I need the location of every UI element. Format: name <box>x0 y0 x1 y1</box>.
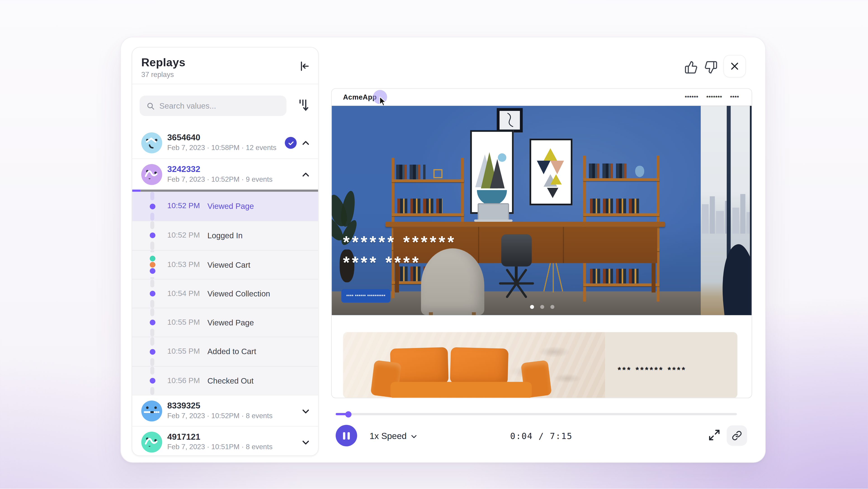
product-photo-sofa <box>343 332 605 399</box>
event-dot <box>149 378 155 383</box>
avatar <box>141 432 162 453</box>
collapse-sidebar-button[interactable] <box>298 60 310 73</box>
event-row[interactable]: 10:52 PM Logged In <box>132 221 318 250</box>
session-replay-progress <box>132 190 318 192</box>
session-meta: Feb 7, 2023 · 10:51PM · 8 events <box>167 443 273 451</box>
scene-art-geometric <box>530 139 572 205</box>
copy-link-button[interactable] <box>727 425 747 446</box>
event-row[interactable]: 10:56 PM Checked Out <box>132 366 318 395</box>
scene-window-frame-edge <box>750 106 752 315</box>
session-id: 3242332 <box>167 164 200 174</box>
event-time: 10:52 PM <box>167 231 200 240</box>
speed-selector[interactable]: 1x Speed <box>370 431 417 441</box>
close-icon <box>730 61 740 71</box>
speed-label: 1x Speed <box>370 431 407 441</box>
event-dot <box>149 256 155 261</box>
sofa-back-cushion <box>450 347 508 385</box>
masked-hero-title-line2: **** **** <box>343 254 421 271</box>
masked-hero-title-line1: ****** ****** <box>343 234 456 251</box>
replayed-site-nav-masked: ****** ******* **** <box>685 94 739 100</box>
product-card-text-panel: *** ****** **** <box>605 332 738 399</box>
chevron-down-icon <box>410 432 417 440</box>
session-meta: Feb 7, 2023 · 10:58PM · 12 events <box>167 144 276 152</box>
thumbs-down-icon <box>704 61 718 74</box>
event-row[interactable]: 10:54 PM Viewed Collection <box>132 279 318 308</box>
event-label: Viewed Page <box>208 201 254 210</box>
session-row-4917121[interactable]: 4917121 Feb 7, 2023 · 10:51PM · 8 events <box>132 426 318 456</box>
replay-player-viewport: AcmeApp ****** ******* **** <box>331 88 752 398</box>
search-icon <box>147 102 155 110</box>
scene-armchair-leg <box>429 312 433 315</box>
avatar-face <box>141 432 162 453</box>
app-window: Replays 37 replays Search values... <box>121 37 766 463</box>
avatar-face <box>141 164 162 185</box>
carousel-dot <box>540 305 544 309</box>
scene-laptop <box>477 203 509 221</box>
event-dot <box>149 268 155 274</box>
scene-desk <box>385 222 665 227</box>
thumbs-up-button[interactable] <box>684 61 698 74</box>
masked-nav-item: **** <box>730 94 739 100</box>
session-row-3242332[interactable]: 3242332 Feb 7, 2023 · 10:52PM · 9 events <box>132 159 318 190</box>
chevron-down-icon[interactable] <box>301 407 310 416</box>
event-dot <box>149 262 155 267</box>
event-row[interactable]: 10:55 PM Added to Cart <box>132 337 318 366</box>
session-meta: Feb 7, 2023 · 10:52PM · 9 events <box>167 175 273 183</box>
event-time: 10:56 PM <box>167 376 200 385</box>
event-label: Logged In <box>208 231 243 240</box>
pause-button[interactable] <box>336 425 357 447</box>
session-row-3654640[interactable]: 3654640 Feb 7, 2023 · 10:58PM · 12 event… <box>132 127 318 159</box>
carousel-dot-active <box>530 305 534 309</box>
carousel-dots <box>530 305 555 309</box>
playback-progress-track[interactable] <box>336 413 737 415</box>
event-dot <box>149 291 155 296</box>
event-label: Viewed Collection <box>208 289 270 298</box>
expand-icon <box>708 429 721 441</box>
scene-art-small <box>497 108 523 133</box>
event-time: 10:54 PM <box>167 289 200 297</box>
link-icon <box>732 431 742 441</box>
masked-nav-item: ******* <box>706 94 722 100</box>
page-title: Replays <box>141 56 309 69</box>
replays-sidebar: Replays 37 replays Search values... <box>132 47 319 456</box>
avatar-face <box>141 133 162 153</box>
masked-nav-item: ****** <box>685 94 699 100</box>
event-time: 10:55 PM <box>167 318 200 326</box>
scene-art-mountains <box>470 130 514 214</box>
collapse-sidebar-icon <box>298 60 310 73</box>
event-label: Viewed Cart <box>208 260 250 269</box>
playback-time: 0:04 / 7:15 <box>482 431 601 441</box>
check-icon <box>287 139 294 146</box>
event-row[interactable]: 10:52 PM Viewed Page <box>132 192 318 221</box>
chevron-down-icon[interactable] <box>301 438 310 447</box>
sort-icon <box>297 98 310 113</box>
expand-button[interactable] <box>708 429 721 441</box>
close-button[interactable] <box>723 55 746 78</box>
cursor-pointer-icon <box>379 97 387 107</box>
playback-progress-knob[interactable] <box>345 411 352 417</box>
event-row[interactable]: 10:55 PM Viewed Page <box>132 308 318 337</box>
session-row-8339325[interactable]: 8339325 Feb 7, 2023 · 10:52PM · 8 events <box>132 395 318 426</box>
event-dot <box>149 349 155 354</box>
scene-armchair-leg <box>472 312 476 315</box>
masked-hero-cta-button: **** ****** ********** <box>341 289 391 303</box>
chevron-up-icon[interactable] <box>301 139 310 148</box>
masked-product-text: *** ****** **** <box>618 365 686 375</box>
event-time: 10:52 PM <box>167 201 200 210</box>
thumbs-down-button[interactable] <box>704 61 718 74</box>
avatar-face <box>141 401 162 422</box>
scene-art-sun <box>498 153 506 162</box>
event-label: Checked Out <box>208 376 254 385</box>
event-label: Viewed Page <box>208 318 254 327</box>
pause-icon <box>343 432 345 439</box>
progress-track <box>141 190 318 192</box>
chevron-up-icon[interactable] <box>301 170 310 179</box>
progress-fill <box>132 190 141 192</box>
search-input[interactable]: Search values... <box>140 96 287 116</box>
avatar <box>141 164 162 185</box>
scene-laptop-base <box>474 220 513 222</box>
replayed-product-card: *** ****** **** <box>343 332 738 399</box>
event-row[interactable]: 10:53 PM Viewed Cart <box>132 250 318 279</box>
sort-button[interactable] <box>297 98 310 114</box>
search-section: Search values... <box>132 84 318 127</box>
